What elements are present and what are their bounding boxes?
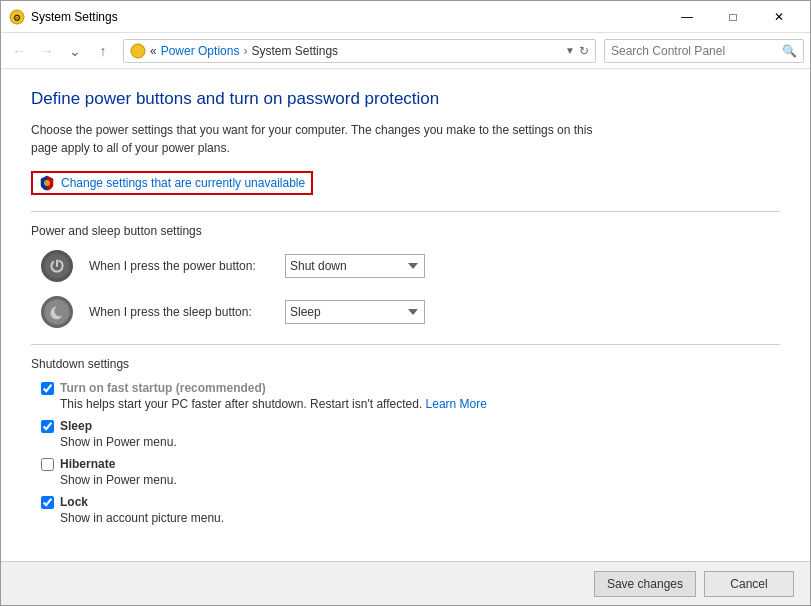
search-bar: 🔍 bbox=[604, 39, 804, 63]
shutdown-section-title: Shutdown settings bbox=[31, 357, 780, 371]
forward-button[interactable]: → bbox=[35, 39, 59, 63]
main-content: Define power buttons and turn on passwor… bbox=[1, 69, 810, 561]
lock-setting: Lock Show in account picture menu. bbox=[41, 495, 780, 525]
power-sleep-section-title: Power and sleep button settings bbox=[31, 224, 780, 238]
breadcrumb-separator: « bbox=[150, 44, 157, 58]
cancel-button[interactable]: Cancel bbox=[704, 571, 794, 597]
search-icon: 🔍 bbox=[782, 44, 797, 58]
sleep-desc: Show in Power menu. bbox=[60, 435, 780, 449]
lock-label-row: Lock bbox=[41, 495, 780, 509]
title-bar: ⚙ System Settings — □ ✕ bbox=[1, 1, 810, 33]
footer: Save changes Cancel bbox=[1, 561, 810, 605]
sleep-button-icon bbox=[41, 296, 73, 328]
sleep-label-row: Sleep bbox=[41, 419, 780, 433]
breadcrumb-dropdown-button[interactable]: ▼ bbox=[565, 45, 575, 56]
breadcrumb-bar: « Power Options › System Settings ▼ ↻ bbox=[123, 39, 596, 63]
fast-startup-desc-text: This helps start your PC faster after sh… bbox=[60, 397, 422, 411]
fast-startup-desc: This helps start your PC faster after sh… bbox=[60, 397, 780, 411]
back-button[interactable]: ← bbox=[7, 39, 31, 63]
fast-startup-setting: Turn on fast startup (recommended) This … bbox=[41, 381, 780, 411]
search-input[interactable] bbox=[611, 44, 782, 58]
save-button[interactable]: Save changes bbox=[594, 571, 696, 597]
breadcrumb-arrow: › bbox=[243, 44, 247, 58]
hibernate-setting: Hibernate Show in Power menu. bbox=[41, 457, 780, 487]
minimize-button[interactable]: — bbox=[664, 1, 710, 33]
svg-text:⚙: ⚙ bbox=[13, 13, 21, 23]
sleep-setting: Sleep Show in Power menu. bbox=[41, 419, 780, 449]
hibernate-checkbox[interactable] bbox=[41, 458, 54, 471]
window-icon: ⚙ bbox=[9, 9, 25, 25]
navigation-bar: ← → ⌄ ↑ « Power Options › System Setting… bbox=[1, 33, 810, 69]
breadcrumb-link-power-options[interactable]: Power Options bbox=[161, 44, 240, 58]
sleep-button-label: When I press the sleep button: bbox=[89, 305, 269, 319]
up-button[interactable]: ↑ bbox=[91, 39, 115, 63]
page-title: Define power buttons and turn on passwor… bbox=[31, 89, 780, 109]
breadcrumb-refresh-button[interactable]: ↻ bbox=[579, 44, 589, 58]
power-button-label: When I press the power button: bbox=[89, 259, 269, 273]
fast-startup-checkbox[interactable] bbox=[41, 382, 54, 395]
fast-startup-label-row: Turn on fast startup (recommended) bbox=[41, 381, 780, 395]
breadcrumb-current: System Settings bbox=[251, 44, 338, 58]
uac-shield-icon bbox=[39, 175, 55, 191]
hibernate-label-row: Hibernate bbox=[41, 457, 780, 471]
section-divider-1 bbox=[31, 211, 780, 212]
lock-checkbox[interactable] bbox=[41, 496, 54, 509]
power-button-icon bbox=[41, 250, 73, 282]
fast-startup-label: Turn on fast startup (recommended) bbox=[60, 381, 266, 395]
page-description: Choose the power settings that you want … bbox=[31, 121, 611, 157]
lock-label: Lock bbox=[60, 495, 88, 509]
maximize-button[interactable]: □ bbox=[710, 1, 756, 33]
change-settings-text: Change settings that are currently unava… bbox=[61, 176, 305, 190]
sleep-checkbox[interactable] bbox=[41, 420, 54, 433]
power-options-icon bbox=[130, 43, 146, 59]
lock-desc: Show in account picture menu. bbox=[60, 511, 780, 525]
change-settings-link[interactable]: Change settings that are currently unava… bbox=[31, 171, 313, 195]
system-settings-window: ⚙ System Settings — □ ✕ ← → ⌄ ↑ « Power … bbox=[0, 0, 811, 606]
button-settings-container: When I press the power button: Do nothin… bbox=[41, 250, 780, 328]
section-divider-2 bbox=[31, 344, 780, 345]
shutdown-settings-container: Turn on fast startup (recommended) This … bbox=[41, 381, 780, 525]
close-button[interactable]: ✕ bbox=[756, 1, 802, 33]
title-controls: — □ ✕ bbox=[664, 1, 802, 33]
window-title: System Settings bbox=[31, 10, 664, 24]
power-button-row: When I press the power button: Do nothin… bbox=[41, 250, 780, 282]
power-button-dropdown[interactable]: Do nothing Sleep Hibernate Shut down Tur… bbox=[285, 254, 425, 278]
svg-point-2 bbox=[131, 44, 145, 58]
recent-button[interactable]: ⌄ bbox=[63, 39, 87, 63]
learn-more-link[interactable]: Learn More bbox=[426, 397, 487, 411]
sleep-button-dropdown[interactable]: Do nothing Sleep Hibernate Shut down bbox=[285, 300, 425, 324]
hibernate-desc: Show in Power menu. bbox=[60, 473, 780, 487]
sleep-button-row: When I press the sleep button: Do nothin… bbox=[41, 296, 780, 328]
svg-point-3 bbox=[44, 180, 50, 186]
hibernate-label: Hibernate bbox=[60, 457, 115, 471]
sleep-label: Sleep bbox=[60, 419, 92, 433]
